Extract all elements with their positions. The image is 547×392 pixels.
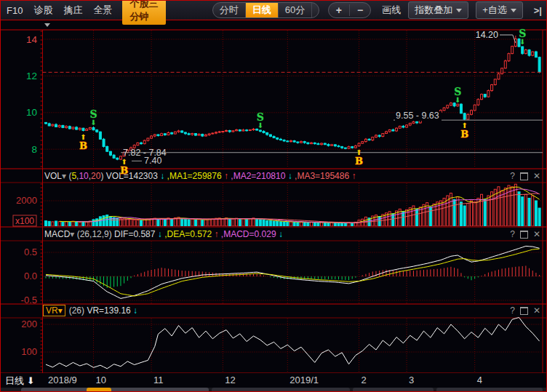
header-segment: ,MA1=259876	[164, 171, 221, 181]
macd-panel-icons: ? ✕	[510, 228, 540, 240]
help-icon[interactable]: ?	[510, 170, 515, 182]
x-axis-label: 2019/1	[290, 375, 319, 385]
macd-layer	[46, 246, 540, 298]
maximize-icon[interactable]	[520, 172, 528, 180]
index-overlay-button[interactable]: 指数叠加	[408, 1, 468, 19]
header-segment: VOL	[44, 171, 62, 181]
header-segment: ↑	[212, 229, 218, 239]
vol-panel-icons: ? ✕	[510, 170, 540, 182]
x-axis-label: 2018/9	[48, 375, 77, 385]
svg-text:x100: x100	[15, 216, 34, 226]
scrollbar-segment[interactable]	[353, 388, 434, 392]
svg-text:-0.5: -0.5	[21, 295, 37, 305]
panorama-button[interactable]: 全景	[93, 4, 112, 17]
vr-layer	[46, 318, 540, 369]
zoom-in-button[interactable]: +	[329, 4, 349, 16]
header-segment: (26)	[69, 305, 87, 316]
svg-text:14.20: 14.20	[476, 30, 498, 40]
svg-text:10: 10	[26, 107, 37, 118]
diagnose-button[interactable]: 诊股	[33, 4, 52, 17]
svg-text:8: 8	[31, 144, 37, 155]
header-segment: ▾	[70, 229, 76, 239]
candlestick-layer	[45, 36, 541, 160]
vr-indicator-header[interactable]: VR▾(26) VR=139.16 ↓	[43, 304, 137, 317]
sell-marker: ⬇	[519, 38, 525, 46]
period-tab-60分[interactable]: 60分	[278, 3, 311, 17]
zoom-out-button[interactable]: −	[349, 4, 370, 16]
f10-button[interactable]: F10	[7, 5, 23, 16]
sell-marker: ⬇	[90, 119, 96, 127]
draw-line-button[interactable]: 画线	[382, 4, 401, 17]
collapse-panel-icon[interactable]: >|	[534, 5, 542, 16]
header-segment: 20	[91, 171, 100, 181]
top-toolbar: F10 诊股 擒庄 全景 个股三分钟 分时日线60分30分周线 + − 画线 指…	[1, 1, 547, 20]
svg-text:0.5: 0.5	[24, 247, 37, 257]
sell-marker: ⬇	[257, 121, 263, 129]
period-tab-分时[interactable]: 分时	[213, 3, 245, 17]
period-tab-30分[interactable]: 30分	[311, 3, 319, 17]
header-segment: VOL=142303	[106, 171, 158, 181]
svg-text:12: 12	[26, 71, 37, 81]
period-tab-日线[interactable]: 日线	[245, 3, 278, 17]
zoom-group: + −	[328, 2, 371, 18]
help-icon[interactable]: ?	[510, 305, 515, 316]
svg-text:9.55 - 9.63: 9.55 - 9.63	[396, 111, 439, 121]
period-indicator[interactable]: 日线 ⬇	[5, 375, 35, 388]
chart-canvas[interactable]: 14121082000x1000.50.0-0.52001009.55 - 9.…	[1, 20, 547, 373]
header-segment: (26,12,9)	[77, 229, 114, 239]
svg-text:B: B	[460, 129, 468, 140]
vr-selector[interactable]: VR▾	[43, 305, 65, 316]
add-watchlist-button[interactable]: +自选	[476, 1, 523, 19]
bottom-scrollbar[interactable]	[1, 388, 547, 392]
header-segment: 10	[79, 171, 88, 181]
scrollbar-segment[interactable]	[436, 388, 543, 392]
down-arrow-icon: ⬇	[27, 375, 35, 386]
header-segment: ,MA2=210810	[228, 171, 285, 181]
x-axis-label: 3	[409, 375, 414, 385]
header-segment: ↑	[222, 171, 228, 181]
header-segment: ↓	[155, 229, 161, 239]
header-segment: VR=139.16	[87, 305, 130, 316]
x-axis-label: 2	[362, 375, 367, 385]
help-icon[interactable]: ?	[510, 228, 515, 240]
header-segment: )	[100, 171, 105, 181]
svg-text:14: 14	[26, 34, 38, 45]
header-segment: ↓	[285, 171, 292, 181]
svg-text:0.0: 0.0	[24, 271, 37, 281]
macd-indicator-header[interactable]: MACD▾ (26,12,9) DIF=0.587 ↓ ,DEA=0.572 ↑…	[44, 228, 283, 241]
scrollbar-thumb[interactable]	[87, 388, 111, 392]
header-segment: ,MA3=195486	[292, 171, 349, 181]
svg-text:100: 100	[21, 346, 37, 357]
close-icon[interactable]: ✕	[533, 170, 540, 182]
banker-button[interactable]: 擒庄	[63, 4, 82, 17]
x-axis-label: 4	[477, 375, 482, 385]
svg-text:200: 200	[21, 319, 37, 329]
header-segment: ↓	[158, 171, 164, 181]
maximize-icon[interactable]	[520, 231, 528, 239]
header-segment: ↑	[349, 171, 356, 181]
close-icon[interactable]: ✕	[533, 228, 540, 240]
maximize-icon[interactable]	[520, 307, 528, 315]
header-segment: MACD	[44, 229, 70, 239]
header-segment: ↓	[131, 305, 137, 316]
svg-text:2000: 2000	[16, 195, 37, 206]
chevron-down-icon	[456, 9, 462, 12]
vol-indicator-header[interactable]: VOL▾ (5,10,20) VOL=142303 ↓ ,MA1=259876 …	[44, 169, 356, 183]
stock-chart-window: F10 诊股 擒庄 全景 个股三分钟 分时日线60分30分周线 + − 画线 指…	[0, 0, 547, 392]
header-segment: ↓	[276, 229, 283, 239]
x-axis-label: 11	[153, 375, 164, 385]
svg-text:B: B	[79, 140, 87, 151]
svg-text:B: B	[355, 156, 363, 167]
x-axis-label: 10	[96, 375, 106, 385]
sell-marker: ⬇	[455, 96, 460, 104]
volume-layer	[45, 184, 541, 226]
header-segment: DIF=0.587	[114, 229, 155, 239]
scrollbar-segment[interactable]	[212, 388, 350, 392]
svg-text:7.40: 7.40	[144, 156, 161, 166]
scrollbar-segment[interactable]	[21, 388, 209, 392]
header-segment: ,DEA=0.572	[162, 229, 212, 239]
vr-panel-icons: ? ✕	[510, 305, 540, 316]
close-icon[interactable]: ✕	[533, 305, 540, 316]
x-axis-label: 12	[225, 375, 235, 385]
header-segment: ▾	[62, 171, 68, 181]
